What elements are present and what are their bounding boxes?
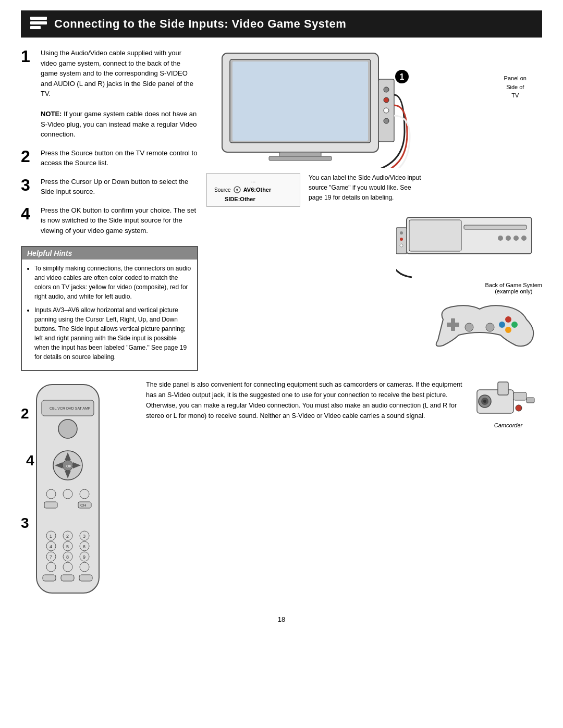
svg-point-31 [511, 322, 518, 328]
game-controller-illustration [427, 299, 542, 351]
svg-point-65 [46, 562, 56, 572]
svg-text:4: 4 [50, 544, 52, 549]
svg-point-27 [400, 244, 403, 247]
svg-rect-81 [513, 392, 527, 400]
step-3: 3 Press the Cursor Up or Down button to … [21, 177, 198, 197]
svg-rect-2 [30, 26, 41, 29]
hints-list: To simplify making connections, the conn… [27, 264, 192, 362]
svg-text:OK: OK [66, 464, 71, 468]
svg-rect-76 [44, 502, 57, 508]
svg-point-34 [465, 323, 473, 331]
svg-rect-69 [61, 575, 74, 581]
step-1: 1 Using the Audio/Video cable supplied w… [21, 48, 198, 140]
source-menu-source-label: Source [214, 187, 231, 193]
step-1-number: 1 [21, 48, 35, 65]
svg-point-26 [400, 238, 403, 241]
step-2: 2 Press the Source button on the TV remo… [21, 148, 198, 168]
svg-point-10 [384, 97, 389, 103]
side-input-caption: You can label the Side Audio/Video input… [309, 173, 423, 203]
source-menu-item1: AV6:Other [243, 187, 272, 193]
svg-point-72 [63, 489, 72, 499]
page-header: Connecting to the Side Inputs: Video Gam… [21, 10, 542, 38]
svg-point-73 [80, 489, 89, 499]
svg-rect-19 [464, 225, 527, 229]
svg-text:CH: CH [80, 503, 87, 508]
camcorder-illustration [474, 379, 537, 421]
svg-point-20 [498, 236, 503, 241]
svg-text:CBL VCR DVD SAT AMP: CBL VCR DVD SAT AMP [50, 406, 91, 410]
tv-illustration: 1 [206, 48, 415, 168]
svg-text:2: 2 [66, 534, 69, 539]
svg-point-11 [384, 108, 389, 113]
svg-rect-18 [409, 220, 461, 251]
svg-point-83 [516, 405, 522, 411]
helpful-hints-box: Helpful Hints To simplify making connect… [21, 246, 198, 371]
step-2-text: Press the Source button on the TV remote… [41, 148, 198, 168]
step-1-note-text: If your game system cable does not have … [41, 110, 197, 138]
svg-rect-7 [269, 156, 332, 161]
source-icon [233, 186, 241, 194]
game-system-area: Back of Game System (example only) [206, 212, 542, 294]
svg-point-71 [46, 489, 56, 499]
left-column: 1 Using the Audio/Video cable supplied w… [21, 48, 198, 371]
svg-text:1: 1 [400, 72, 405, 81]
step-2-number: 2 [21, 148, 35, 165]
svg-point-35 [486, 323, 494, 331]
step-4: 4 Press the OK button to confirm your ch… [21, 205, 198, 236]
main-layout: 1 Using the Audio/Video cable supplied w… [21, 48, 542, 371]
side-panel-text: The side panel is also convenient for co… [146, 379, 466, 421]
step-4-overlay: 4 [26, 452, 34, 469]
controller-area [206, 299, 542, 351]
svg-text:9: 9 [83, 554, 85, 560]
camcorder-area: Camcorder [474, 379, 542, 428]
svg-rect-82 [498, 382, 508, 395]
svg-text:8: 8 [66, 554, 69, 560]
svg-point-32 [499, 322, 505, 328]
step-2-overlay: 2 [21, 405, 29, 422]
bottom-section: 2 3 4 CBL VCR DVD SAT AMP [21, 379, 542, 600]
hint-item-2: Inputs AV3–AV6 allow horizontal and vert… [34, 305, 192, 362]
hints-title: Helpful Hints [22, 247, 197, 260]
svg-rect-29 [447, 323, 459, 327]
connector-icon [29, 15, 48, 33]
step-4-text: Press the OK button to confirm your choi… [41, 205, 198, 236]
side-panel-content: The side panel is also convenient for co… [146, 379, 542, 428]
svg-point-66 [63, 562, 72, 572]
step-4-number: 4 [21, 205, 35, 222]
svg-point-9 [384, 87, 389, 92]
svg-rect-5 [232, 61, 368, 141]
svg-rect-84 [527, 398, 534, 403]
page-title: Connecting to the Side Inputs: Video Gam… [54, 17, 346, 31]
step-3-text: Press the Cursor Up or Down button to se… [41, 177, 198, 197]
svg-rect-0 [30, 17, 47, 20]
step-1-note-bold: NOTE: [41, 110, 62, 118]
remote-area: 2 3 4 CBL VCR DVD SAT AMP [21, 379, 136, 600]
svg-point-16 [236, 189, 238, 191]
svg-point-30 [505, 316, 511, 323]
source-menu-item2: SIDE:Other [225, 196, 292, 202]
hints-content: To simplify making connections, the conn… [22, 260, 197, 370]
svg-rect-70 [79, 575, 92, 581]
svg-point-21 [506, 236, 511, 241]
step-3-number: 3 [21, 177, 35, 193]
source-menu-box: ... Source AV6:Other SIDE:Other [206, 173, 300, 207]
svg-point-67 [80, 562, 89, 572]
side-panel-section: The side panel is also convenient for co… [146, 379, 542, 428]
source-menu-item1-row: Source AV6:Other [214, 186, 292, 194]
game-system-label: Back of Game System (example only) [485, 282, 542, 294]
svg-point-22 [513, 236, 519, 241]
step-3-overlay: 3 [21, 515, 29, 532]
side-panel-label: Panel on Side of TV [504, 74, 527, 100]
svg-point-12 [384, 118, 389, 124]
svg-rect-1 [30, 21, 47, 24]
svg-point-33 [505, 327, 511, 333]
hint-item-1: To simplify making connections, the conn… [34, 264, 192, 301]
game-system-illustration [396, 212, 542, 280]
camcorder-label: Camcorder [474, 422, 542, 428]
remote-with-steps: 2 3 4 CBL VCR DVD SAT AMP [21, 379, 115, 598]
source-menu-top: ... [214, 178, 292, 183]
svg-point-25 [400, 231, 403, 235]
right-column: 1 Panel on Side of TV ... Source [206, 48, 542, 371]
svg-text:1: 1 [50, 534, 52, 539]
svg-rect-68 [43, 575, 56, 581]
